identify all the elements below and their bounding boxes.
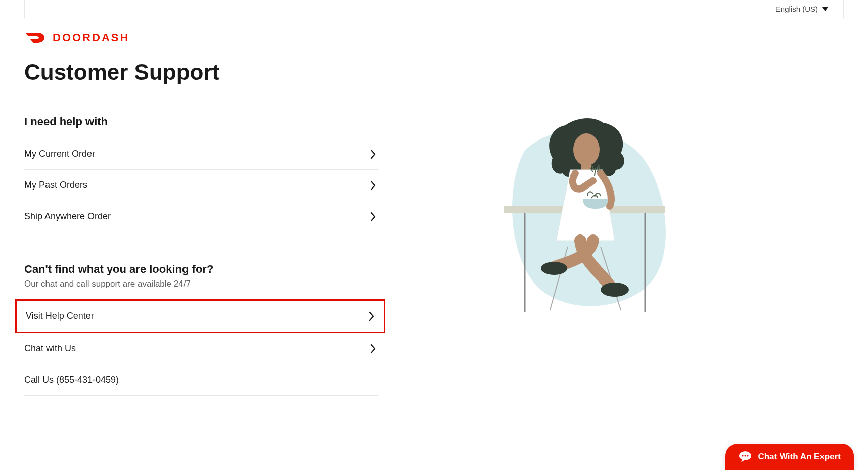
chevron-right-icon bbox=[370, 344, 376, 354]
svg-point-10 bbox=[742, 455, 744, 456]
doordash-icon bbox=[24, 31, 47, 44]
help-section-heading: I need help with bbox=[24, 115, 378, 128]
svg-point-8 bbox=[601, 283, 629, 297]
page-title: Customer Support bbox=[24, 60, 844, 85]
menu-item-chat[interactable]: Chat with Us bbox=[24, 333, 378, 364]
more-menu-list: Visit Help Center Chat with Us Call Us (… bbox=[24, 299, 378, 396]
help-menu-list: My Current Order My Past Orders Ship Any… bbox=[24, 138, 378, 232]
menu-item-ship-anywhere[interactable]: Ship Anywhere Order bbox=[24, 201, 378, 232]
chat-widget-label: Chat With An Expert bbox=[758, 452, 841, 462]
menu-item-label: My Current Order bbox=[24, 149, 95, 159]
svg-point-5 bbox=[573, 133, 600, 166]
menu-item-past-orders[interactable]: My Past Orders bbox=[24, 170, 378, 201]
support-menu-column: I need help with My Current Order My Pas… bbox=[24, 115, 378, 396]
menu-item-label: Ship Anywhere Order bbox=[24, 211, 111, 222]
svg-point-11 bbox=[745, 455, 746, 456]
support-illustration bbox=[494, 110, 676, 396]
svg-point-7 bbox=[541, 262, 567, 275]
svg-point-12 bbox=[747, 455, 749, 456]
top-bar: English (US) bbox=[24, 0, 844, 18]
language-label: English (US) bbox=[775, 5, 818, 13]
chat-bubble-icon bbox=[739, 451, 752, 463]
menu-item-label: Chat with Us bbox=[24, 343, 76, 354]
dropdown-icon bbox=[822, 7, 828, 11]
menu-item-label: My Past Orders bbox=[24, 180, 87, 191]
more-section-heading: Can't find what you are looking for? bbox=[24, 263, 378, 276]
chevron-right-icon bbox=[370, 180, 376, 191]
menu-item-label: Visit Help Center bbox=[26, 311, 94, 321]
brand-logo[interactable]: DOORDASH bbox=[24, 31, 844, 44]
chat-widget-button[interactable]: Chat With An Expert bbox=[725, 444, 854, 470]
chevron-right-icon bbox=[370, 149, 376, 159]
more-help-section: Can't find what you are looking for? Our… bbox=[24, 263, 378, 396]
menu-item-help-center[interactable]: Visit Help Center bbox=[15, 299, 385, 333]
more-section-subtext: Our chat and call support are available … bbox=[24, 279, 378, 289]
language-selector[interactable]: English (US) bbox=[775, 5, 828, 13]
content-area: I need help with My Current Order My Pas… bbox=[24, 115, 844, 396]
menu-item-call[interactable]: Call Us (855-431-0459) bbox=[24, 364, 378, 396]
chevron-right-icon bbox=[370, 212, 376, 222]
brand-name: DOORDASH bbox=[53, 31, 129, 44]
chevron-right-icon bbox=[369, 311, 375, 321]
menu-item-label: Call Us (855-431-0459) bbox=[24, 374, 119, 385]
menu-item-current-order[interactable]: My Current Order bbox=[24, 138, 378, 170]
